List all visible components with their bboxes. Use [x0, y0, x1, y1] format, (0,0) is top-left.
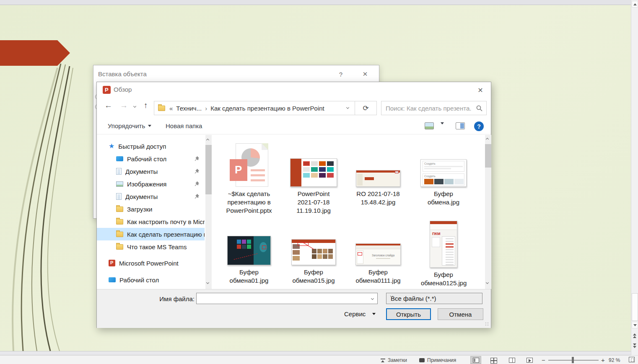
sidebar-item-pictures[interactable]: Изображения — [97, 178, 205, 190]
zoom-slider-handle[interactable] — [572, 357, 574, 363]
views-button[interactable] — [425, 122, 434, 129]
folder-icon — [116, 207, 123, 212]
preview-pane-button[interactable] — [456, 122, 465, 129]
sidebar-item-desktop[interactable]: Рабочий стол — [97, 152, 205, 165]
slide-sorter-view-button[interactable] — [488, 356, 499, 364]
slide-arrow-shape — [0, 40, 70, 66]
desktop-icon — [116, 156, 123, 161]
sidebar-item-documents[interactable]: Документы — [97, 190, 205, 203]
tools-menu-button[interactable]: Сервис — [344, 310, 376, 318]
browse-titlebar[interactable]: Обзор ✕ — [97, 82, 491, 98]
file-name: PowerPoint 2021-07-18 11.19.10.jpg — [291, 190, 336, 215]
address-bar[interactable]: « Технич... › Как сделать презентацию в … — [154, 101, 355, 115]
zoom-in-button[interactable]: + — [601, 356, 605, 364]
scrollbar-thumb[interactable] — [485, 144, 491, 168]
sidebar-item-folder-selected[interactable]: Как сделать презентацию в — [97, 228, 205, 240]
sidebar-item-folder[interactable]: Что такое MS Teams — [97, 240, 205, 253]
sidebar-item-downloads[interactable]: Загрузки — [97, 203, 205, 215]
back-icon[interactable]: ← — [104, 101, 112, 110]
file-thumbnail — [290, 158, 337, 187]
address-dropdown-chevron-icon[interactable] — [346, 106, 349, 109]
filename-input[interactable] — [199, 294, 367, 303]
scroll-up-button[interactable] — [632, 1, 638, 8]
help-button[interactable]: ? — [474, 121, 484, 131]
dropdown-arrow-icon — [148, 125, 151, 127]
filelist-scrollbar[interactable] — [485, 135, 491, 289]
breadcrumb-separator: › — [205, 105, 207, 112]
file-item[interactable]: PowerPoint 2021-07-18 11.19.10.jpg — [282, 140, 345, 215]
zoom-out-button[interactable]: − — [542, 356, 545, 364]
file-item[interactable]: Заголовок слайда Буфер обмена0111.jpg — [347, 218, 410, 285]
filename-label: Имя файла: — [159, 295, 195, 302]
file-item[interactable]: ПКМ Буфер обмена0125.jpg — [412, 218, 475, 287]
scroll-down-icon[interactable] — [206, 281, 209, 284]
views-dropdown[interactable] — [441, 122, 444, 124]
recent-locations-chevron-icon[interactable] — [133, 105, 136, 108]
close-icon[interactable]: ✕ — [476, 85, 485, 95]
sidebar-item-folder[interactable]: Как настроить почту в Micro — [97, 215, 205, 228]
file-name: Буфер обмена.jpg — [421, 190, 466, 207]
comments-toggle[interactable]: Примечания — [419, 357, 456, 363]
file-item[interactable]: Буфер обмена01.jpg — [218, 218, 280, 285]
fit-slide-to-window-icon[interactable] — [629, 357, 635, 362]
slideshow-icon — [526, 358, 533, 363]
reading-view-button[interactable] — [506, 356, 517, 364]
breadcrumb-item[interactable]: Технич... — [176, 105, 202, 112]
next-slide-button[interactable] — [633, 343, 636, 348]
scrollbar-thumb[interactable] — [205, 145, 212, 194]
help-button[interactable]: ? — [336, 70, 345, 79]
filetype-select[interactable]: Все файлы (*.*) — [386, 293, 482, 304]
main-scrollbar[interactable] — [631, 0, 638, 355]
forward-icon[interactable]: → — [120, 101, 128, 110]
open-button[interactable]: Открыть — [386, 308, 431, 320]
file-item[interactable]: RO 2021-07-18 15.48.42.jpg — [347, 140, 410, 207]
help-icon: ? — [474, 121, 484, 131]
zoom-level[interactable]: 92 % — [609, 357, 620, 363]
pin-icon — [194, 181, 200, 186]
document-icon — [116, 193, 122, 200]
sidebar-item-microsoft-powerpoint[interactable]: Microsoft PowerPoint — [97, 257, 205, 269]
scroll-up-icon[interactable] — [486, 138, 489, 141]
folder-icon — [158, 106, 165, 111]
folder-icon — [116, 244, 123, 250]
close-icon[interactable]: ✕ — [360, 70, 370, 79]
file-item[interactable]: Создать Создать Буфер обмена.jpg — [412, 140, 475, 207]
sidebar-item-desktop[interactable]: Рабочий стол — [97, 274, 205, 286]
scrollbar-thumb[interactable] — [632, 293, 638, 321]
file-name: Буфер обмена0111.jpg — [355, 268, 401, 285]
quick-access-star-icon: ★ — [109, 143, 114, 150]
filename-combobox[interactable] — [196, 293, 378, 304]
insert-object-title: Вставка объекта — [93, 70, 147, 77]
normal-view-icon — [473, 358, 479, 363]
chevron-down-icon[interactable] — [371, 297, 374, 300]
scroll-up-icon[interactable] — [206, 139, 209, 142]
organize-button[interactable]: Упорядочить — [108, 122, 151, 129]
breadcrumb-collapse[interactable]: « — [169, 105, 173, 112]
comments-icon — [419, 358, 425, 362]
slideshow-button[interactable] — [524, 356, 535, 364]
search-input[interactable] — [386, 103, 472, 113]
file-thumbnail: ПКМ — [430, 221, 457, 268]
file-item[interactable]: Буфер обмена015.jpg — [282, 218, 345, 285]
reading-view-icon — [509, 358, 515, 363]
new-folder-button[interactable]: Новая папка — [166, 122, 202, 129]
previous-slide-button[interactable] — [633, 333, 636, 338]
file-thumbnail: Создать Создать — [420, 159, 467, 187]
resize-grip[interactable] — [485, 322, 489, 326]
normal-view-button[interactable] — [470, 356, 481, 364]
sidebar-item-documents[interactable]: Документы — [97, 165, 205, 178]
search-icon[interactable] — [476, 105, 482, 111]
sidebar-item-quick-access[interactable]: ★ Быстрый доступ — [97, 140, 205, 152]
refresh-button[interactable]: ⟳ — [355, 101, 377, 115]
refresh-icon: ⟳ — [363, 104, 368, 113]
cancel-button[interactable]: Отмена — [438, 308, 483, 320]
search-box[interactable] — [381, 101, 487, 115]
notes-toggle[interactable]: Заметки — [381, 357, 407, 363]
scroll-down-icon[interactable] — [486, 281, 489, 284]
breadcrumb-item-current[interactable]: Как сделать презентацию в PowerPoint — [210, 105, 324, 112]
file-item[interactable]: ~$Как сделать презентацию в PowerPoint.p… — [218, 140, 280, 215]
pin-icon — [194, 194, 200, 199]
sidebar-scrollbar[interactable] — [205, 135, 212, 289]
up-icon[interactable]: ↑ — [144, 101, 148, 110]
scroll-down-button[interactable] — [632, 322, 638, 328]
